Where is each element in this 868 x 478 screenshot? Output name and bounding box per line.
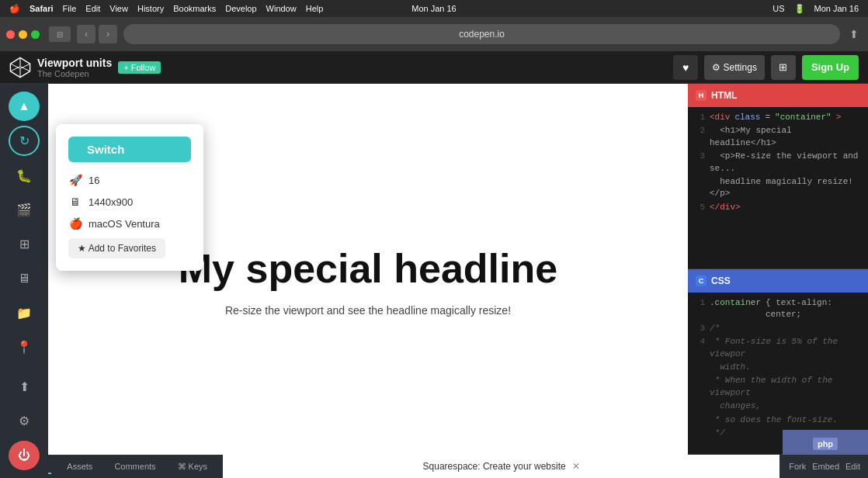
bookmarks-menu[interactable]: Bookmarks: [173, 4, 216, 13]
popup-card: Switch 🚀 16 🖥 1440x900 🍎 macOS Ventura ★…: [56, 124, 203, 271]
browser-chrome: ⊟ ‹ › codepen.io ⬆: [0, 17, 868, 51]
nav-buttons: ‹ ›: [77, 25, 117, 43]
php-badge: php: [813, 438, 838, 450]
sidebar-icon-monitor[interactable]: 🖥: [9, 264, 40, 293]
squarespace-ad: Squarespace: Create your website ✕: [223, 455, 779, 478]
close-window-button[interactable]: [6, 30, 15, 39]
history-menu[interactable]: History: [137, 4, 164, 13]
safari-menu[interactable]: Safari: [30, 4, 54, 13]
header-right: ♥ ⚙ Settings ⊞ Sign Up: [673, 55, 859, 80]
main-area: ▲ ↻ 🐛 🎬 ⊞ 🖥 📁 📍 ⬆ ⚙ ⏻ Switch 🚀 16 🖥 1440…: [0, 84, 868, 478]
svg-line-2: [20, 64, 30, 68]
share-button[interactable]: ⬆: [846, 26, 862, 42]
html-code[interactable]: 1<div class="container"> 2 <h1>My specia…: [688, 107, 868, 268]
wifi-icon: US: [773, 4, 784, 13]
html-panel-header: H HTML: [688, 84, 868, 107]
heart-button[interactable]: ♥: [673, 55, 698, 80]
minimize-window-button[interactable]: [19, 30, 27, 39]
css-badge: C: [696, 275, 707, 286]
sidebar-icon-folder[interactable]: 📁: [9, 298, 40, 327]
php-area: php: [783, 430, 868, 458]
apple-os-icon: 🍎: [68, 216, 82, 230]
battery-icon: 🔋: [794, 4, 805, 14]
file-menu[interactable]: File: [63, 4, 77, 13]
sidebar-icon-location[interactable]: 📍: [9, 333, 40, 362]
edit-menu[interactable]: Edit: [85, 4, 100, 13]
preview-subtext: Re-size the viewport and see the headlin…: [225, 304, 511, 317]
svg-line-4: [10, 66, 20, 71]
tab-switcher[interactable]: ⊟: [49, 26, 71, 42]
codepen-header: Viewport units The Codepen + Follow ♥ ⚙ …: [0, 51, 868, 84]
css-panel-header: C CSS: [688, 269, 868, 293]
sidebar-icon-settings[interactable]: ⚙: [9, 406, 40, 435]
svg-line-5: [20, 66, 30, 71]
sidebar-icon-bug[interactable]: 🐛: [9, 161, 40, 190]
follow-button[interactable]: + Follow: [118, 61, 161, 74]
speed-value: 16: [89, 175, 99, 186]
popup-speed-row: 🚀 16: [68, 173, 191, 187]
macos-clock: Mon Jan 16: [411, 4, 456, 13]
sidebar-icon-power[interactable]: ⏻: [9, 441, 40, 470]
sidebar-icon-up[interactable]: ▲: [9, 92, 40, 121]
develop-menu[interactable]: Develop: [225, 4, 256, 13]
sidebar-icon-upload[interactable]: ⬆: [9, 372, 40, 401]
view-menu[interactable]: View: [109, 4, 128, 13]
resolution-value: 1440x900: [89, 196, 133, 208]
add-favorites-button[interactable]: ★ Add to Favorites: [68, 238, 165, 258]
pen-title-group: Viewport units The Codepen: [37, 57, 112, 78]
pen-title: Viewport units: [37, 57, 112, 69]
switch-button[interactable]: Switch: [68, 137, 191, 162]
popup-resolution-row: 🖥 1440x900: [68, 195, 191, 209]
pen-info: Viewport units The Codepen + Follow: [9, 57, 161, 78]
tab-assets[interactable]: Assets: [61, 459, 99, 473]
sidebar-icon-grid[interactable]: ⊞: [9, 230, 40, 259]
html-badge: H: [696, 90, 707, 101]
maximize-window-button[interactable]: [31, 30, 40, 39]
codepen-logo: [9, 57, 31, 78]
svg-line-1: [10, 64, 20, 68]
macos-bar: 🍎 Safari File Edit View History Bookmark…: [0, 0, 868, 17]
pen-subtitle: The Codepen: [37, 69, 112, 78]
help-menu[interactable]: Help: [306, 4, 324, 13]
ad-text: Squarespace: Create your website: [423, 461, 566, 472]
url-text: codepen.io: [459, 29, 505, 40]
tab-keys[interactable]: ⌘ Keys: [172, 459, 214, 474]
right-panel: H HTML 1<div class="container"> 2 <h1>My…: [688, 84, 868, 478]
css-label: CSS: [711, 275, 731, 286]
footer-actions: Fork Embed Edit: [789, 462, 860, 471]
embed-button[interactable]: Embed: [812, 462, 839, 471]
clock-icon: Mon Jan 16: [814, 4, 859, 13]
popup-os-row: 🍎 macOS Ventura: [68, 216, 191, 230]
html-panel: H HTML 1<div class="container"> 2 <h1>My…: [688, 84, 868, 269]
back-button[interactable]: ‹: [77, 25, 95, 43]
speed-icon: 🚀: [68, 173, 82, 187]
browser-actions: ⬆: [846, 26, 862, 42]
signup-button[interactable]: Sign Up: [802, 55, 859, 80]
macos-menu: 🍎 Safari File Edit View History Bookmark…: [9, 4, 323, 14]
apple-icon[interactable]: 🍎: [9, 4, 20, 14]
traffic-lights: [6, 30, 40, 39]
os-value: macOS Ventura: [89, 218, 160, 230]
sidebar-icon-video[interactable]: 🎬: [9, 195, 40, 224]
tab-comments[interactable]: Comments: [108, 459, 161, 473]
layout-button[interactable]: ⊞: [771, 55, 796, 80]
sidebar-icon-sync[interactable]: ↻: [9, 126, 40, 156]
monitor-icon: 🖥: [68, 195, 82, 209]
forward-button[interactable]: ›: [99, 25, 117, 43]
bottom-bar: Console Assets Comments ⌘ Keys Squarespa…: [0, 455, 868, 478]
window-menu[interactable]: Window: [266, 4, 297, 13]
html-label: HTML: [711, 90, 737, 101]
ad-close-button[interactable]: ✕: [572, 461, 580, 472]
css-panel: C CSS 1.container { text-align: center; …: [688, 269, 868, 455]
address-bar[interactable]: codepen.io: [123, 24, 840, 44]
preview-headline: My special headline: [179, 245, 557, 292]
left-sidebar: ▲ ↻ 🐛 🎬 ⊞ 🖥 📁 📍 ⬆ ⚙ ⏻: [0, 84, 48, 478]
fork-button[interactable]: Fork: [789, 462, 806, 471]
edit-button[interactable]: Edit: [845, 462, 860, 471]
macos-status-icons: US 🔋 Mon Jan 16: [773, 4, 859, 14]
settings-button[interactable]: ⚙ Settings: [704, 55, 765, 80]
